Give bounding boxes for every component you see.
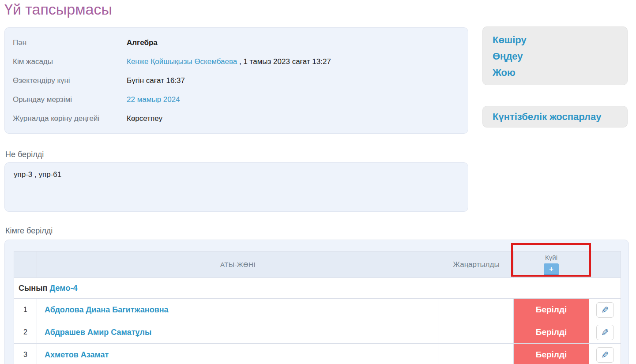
status-given-button[interactable]: Берілді bbox=[514, 344, 589, 364]
recipients-table-header-row: АТЫ-ЖӨНІ Жаңартылды Күйі + bbox=[14, 251, 621, 278]
table-row: 1 Абдолова Диана Багитжановна Берілді ✎ bbox=[14, 299, 621, 321]
student-updated-cell bbox=[439, 344, 514, 364]
class-group-link[interactable]: Демо-4 bbox=[50, 284, 78, 293]
student-number: 3 bbox=[14, 344, 37, 364]
author-datetime: , 1 тамыз 2023 сағат 13:27 bbox=[237, 57, 331, 66]
subject-value: Алгебра bbox=[127, 38, 158, 47]
homework-info-panel: Пән Алгебра Кім жасады Кенже Қойшықызы Ө… bbox=[4, 27, 468, 134]
info-row-journal-visibility: Журналда көріну деңгейі Көрсетпеу bbox=[13, 109, 460, 128]
edit-status-button[interactable]: ✎ bbox=[596, 302, 614, 318]
student-number: 1 bbox=[14, 299, 37, 321]
author-label: Кім жасады bbox=[13, 57, 127, 66]
assignment-content-panel: упр-3 , упр-61 bbox=[4, 162, 468, 212]
homework-page: Үй тапсырмасы Пән Алгебра Кім жасады Кен… bbox=[0, 0, 636, 364]
table-row: 3 Ахметов Азамат Берілді ✎ bbox=[14, 344, 621, 364]
due-date-value: 22 мамыр 2024 bbox=[127, 95, 180, 104]
class-group-row: Сынып Демо-4 bbox=[14, 278, 621, 299]
add-status-button[interactable]: + bbox=[544, 263, 559, 275]
edit-link[interactable]: Өңдеу bbox=[493, 48, 627, 64]
journal-visibility-label: Журналда көріну деңгейі bbox=[13, 114, 127, 123]
journal-visibility-value: Көрсетпеу bbox=[127, 114, 162, 123]
subject-label: Пән bbox=[13, 38, 127, 47]
header-cell-name: АТЫ-ЖӨНІ bbox=[37, 251, 439, 278]
header-cell-status: Күйі + bbox=[514, 251, 589, 278]
student-updated-cell bbox=[439, 321, 514, 344]
info-row-updated-date: Өзектендіру күні Бүгін сағат 16:37 bbox=[13, 71, 460, 90]
calendar-planning-panel: Күнтізбелік жоспарлау bbox=[482, 106, 628, 128]
recipients-table-panel: АТЫ-ЖӨНІ Жаңартылды Күйі + Сынып Дем bbox=[4, 240, 629, 364]
assignment-section-label: Не берілді bbox=[5, 150, 44, 159]
pencil-icon: ✎ bbox=[601, 305, 609, 315]
status-column-title: Күйі bbox=[545, 254, 557, 261]
status-given-button[interactable]: Берілді bbox=[514, 299, 589, 321]
updated-date-value: Бүгін сағат 16:37 bbox=[127, 76, 185, 85]
author-link[interactable]: Кенже Қойшықызы Өскембаева bbox=[127, 57, 237, 66]
calendar-planning-link[interactable]: Күнтізбелік жоспарлау bbox=[493, 111, 602, 123]
student-updated-cell bbox=[439, 299, 514, 321]
copy-link[interactable]: Көшіру bbox=[493, 32, 627, 48]
assignment-content: упр-3 , упр-61 bbox=[14, 170, 61, 179]
pencil-icon: ✎ bbox=[601, 350, 609, 360]
pencil-icon: ✎ bbox=[601, 328, 609, 337]
due-date-label: Орындау мерзімі bbox=[13, 95, 127, 104]
header-cell-updated: Жаңартылды bbox=[439, 251, 514, 278]
recipients-table: АТЫ-ЖӨНІ Жаңартылды Күйі + Сынып Дем bbox=[14, 251, 621, 364]
status-given-button[interactable]: Берілді bbox=[514, 321, 589, 343]
class-group-cell: Сынып Демо-4 bbox=[14, 278, 621, 299]
class-group-prefix: Сынып bbox=[19, 284, 48, 293]
updated-date-label: Өзектендіру күні bbox=[13, 76, 127, 85]
edit-status-button[interactable]: ✎ bbox=[596, 347, 614, 363]
student-name-link[interactable]: Абдрашев Амир Саматұлы bbox=[45, 328, 151, 337]
delete-link[interactable]: Жою bbox=[493, 64, 627, 81]
table-row: 2 Абдрашев Амир Саматұлы Берілді ✎ bbox=[14, 321, 621, 344]
header-cell-edit bbox=[589, 251, 621, 278]
student-name-link[interactable]: Ахметов Азамат bbox=[45, 350, 109, 359]
page-title: Үй тапсырмасы bbox=[4, 1, 112, 18]
edit-status-button[interactable]: ✎ bbox=[596, 325, 614, 340]
info-row-subject: Пән Алгебра bbox=[13, 33, 460, 52]
info-row-author: Кім жасады Кенже Қойшықызы Өскембаева , … bbox=[13, 52, 460, 71]
header-cell-number bbox=[14, 251, 37, 278]
actions-panel: Көшіру Өңдеу Жою bbox=[482, 26, 628, 85]
info-row-due-date: Орындау мерзімі 22 мамыр 2024 bbox=[13, 90, 460, 109]
recipients-section-label: Кімге берілді bbox=[5, 226, 53, 236]
student-name-link[interactable]: Абдолова Диана Багитжановна bbox=[45, 305, 169, 314]
due-date-link[interactable]: 22 мамыр 2024 bbox=[127, 95, 180, 104]
author-value: Кенже Қойшықызы Өскембаева , 1 тамыз 202… bbox=[127, 57, 331, 66]
student-number: 2 bbox=[14, 321, 37, 344]
